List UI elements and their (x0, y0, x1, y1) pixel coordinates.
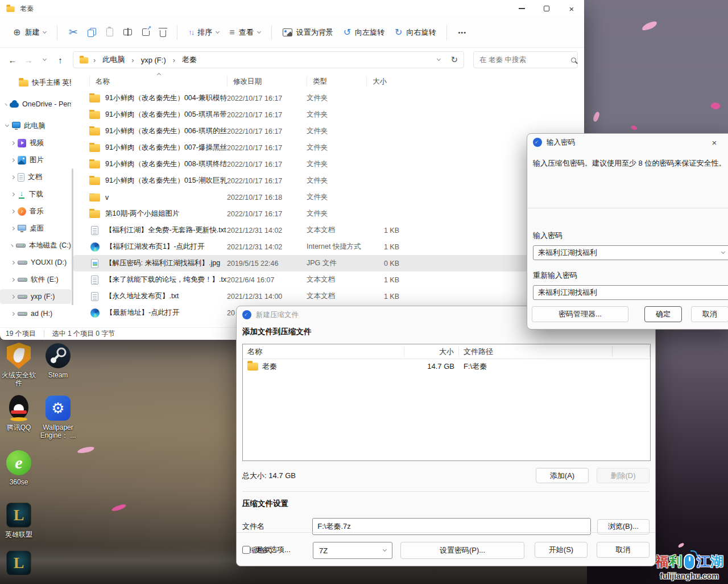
column-header-type[interactable]: 类型 (307, 76, 366, 87)
breadcrumb-item-this-pc[interactable]: 此电脑 (100, 54, 127, 66)
desktop-icon-360se[interactable]: e 360se (1, 450, 37, 486)
table-row[interactable]: 91小鲜肉（改名秦先生）006-琪琪的丝...2022/10/17 16:17文… (73, 123, 580, 139)
column-header-size[interactable]: 大小 (404, 347, 459, 357)
search-input[interactable] (479, 56, 571, 64)
sidebar-item-onedrive[interactable]: OneDrive - Pers (0, 97, 71, 112)
breadcrumb[interactable]: › 此电脑 › yxp (F:) › 老秦 ↻ (73, 51, 464, 68)
sidebar-item-this-pc[interactable]: 此电脑 (0, 118, 71, 133)
more-options-button[interactable]: ••• (453, 25, 471, 40)
forward-button[interactable]: → (20, 52, 36, 68)
table-row[interactable]: 【福利江湖】全免费-无套路-更新快.txt2021/12/31 14:02文本文… (73, 222, 580, 238)
table-row[interactable]: 第10期-两个小姐姐图片2022/10/17 16:17文件夹 (73, 205, 580, 222)
desktop-icon-huorong[interactable]: 火绒安全软件 (1, 343, 37, 387)
up-button[interactable]: ↑ (52, 52, 68, 68)
desktop-icon-lol[interactable]: L 英雄联盟 (1, 502, 37, 538)
table-row[interactable]: 91小鲜肉（改名秦先生）007-爆操黑丝...2022/10/17 16:17文… (73, 139, 580, 156)
chevron-right-icon[interactable] (11, 192, 15, 196)
breadcrumb-item-folder[interactable]: 老秦 (180, 54, 199, 66)
close-button[interactable]: × (559, 0, 584, 17)
sidebar-item-drive-f[interactable]: yxp (F:) (0, 289, 71, 304)
sidebar-item-documents[interactable]: 文档 (0, 170, 71, 184)
refresh-button[interactable]: ↻ (450, 55, 458, 65)
chevron-right-icon[interactable] (11, 209, 15, 213)
rename-button[interactable] (118, 25, 137, 39)
chevron-down-icon[interactable] (5, 123, 9, 127)
desktop-icon-qq[interactable]: 腾讯QQ (1, 395, 37, 431)
minimize-button[interactable] (509, 0, 534, 17)
column-header-name[interactable]: 名称 (243, 347, 404, 357)
chevron-right-icon[interactable] (11, 175, 15, 179)
password-input[interactable] (533, 248, 722, 257)
close-button[interactable]: × (706, 134, 723, 151)
chevron-right-icon[interactable] (11, 260, 15, 264)
breadcrumb-item-drive[interactable]: yxp (F:) (139, 55, 168, 65)
table-row[interactable]: v2022/10/17 16:18文件夹 (73, 189, 580, 205)
desktop-icon-lol-2[interactable]: L (1, 550, 37, 576)
table-row[interactable]: 【来了就能下载的论坛，纯免费！】.txt2021/6/4 16:07文本文档1 … (73, 272, 580, 288)
sidebar-item-pictures[interactable]: 图片 (0, 153, 71, 167)
new-button[interactable]: ⊕ 新建 (8, 23, 51, 42)
chevron-right-icon[interactable] (11, 294, 15, 298)
sidebar-item-drive-c[interactable]: 本地磁盘 (C:) (0, 238, 71, 253)
delete-button[interactable]: 删除(D) (597, 468, 650, 483)
chevron-right-icon[interactable] (5, 103, 7, 105)
chevron-right-icon[interactable] (11, 141, 15, 145)
table-row[interactable]: 91小鲜肉（改名秦先生）004-兼职模特...2022/10/17 16:17文… (73, 90, 580, 106)
maximize-button[interactable] (534, 0, 559, 17)
chevron-down-icon[interactable] (437, 57, 441, 61)
chevron-down-icon[interactable] (721, 249, 725, 253)
delete-button[interactable] (155, 24, 171, 41)
column-header-size[interactable]: 大小 (366, 76, 402, 87)
start-button[interactable]: 开始(S) (535, 542, 588, 558)
more-options-checkbox[interactable] (242, 546, 250, 554)
table-row[interactable]: 【永久地址发布页】.txt2021/12/31 14:00文本文档1 KB (73, 288, 580, 305)
desktop-icon-wallpaper-engine[interactable]: ⚙ Wallpaper Engine： ... (40, 395, 76, 439)
sidebar-item-drive-d[interactable]: YOUXI (D:) (0, 255, 71, 270)
add-button[interactable]: 添加(A) (536, 468, 589, 483)
column-header-name[interactable]: 名称 (89, 76, 227, 87)
table-row-selected[interactable]: 【解压密码: 来福利江湖找福利】.jpg2019/5/15 22:46JPG 文… (73, 255, 580, 272)
table-row[interactable]: 【福利江湖发布页1】-点此打开2021/12/31 14:02Internet … (73, 238, 580, 255)
cut-button[interactable]: ✂ (63, 23, 82, 42)
reenter-password-input[interactable] (533, 288, 728, 297)
rotate-right-button[interactable]: ↻ 向右旋转 (390, 23, 441, 42)
sidebar-item-desktop[interactable]: 桌面 (0, 221, 71, 236)
share-button[interactable] (137, 24, 155, 40)
archive-settings-heading: 压缩文件设置 (242, 499, 650, 509)
chevron-right-icon[interactable] (11, 311, 15, 315)
chevron-right-icon[interactable] (11, 158, 15, 162)
chevron-right-icon[interactable] (11, 277, 15, 281)
set-background-button[interactable]: 设置为背景 (278, 23, 338, 42)
view-button[interactable]: ≡ 查看 (224, 23, 265, 42)
folder-icon (89, 144, 100, 152)
archive-dialog-title: 新建压缩文件 (256, 310, 299, 320)
column-header-path[interactable]: 文件路径 (459, 347, 613, 357)
chevron-right-icon[interactable] (10, 244, 13, 247)
chevron-right-icon[interactable] (11, 226, 15, 230)
archive-table-row[interactable]: 老秦 14.7 GB F:\老秦 (243, 359, 650, 373)
sidebar-item-drive-h[interactable]: ad (H:) (0, 306, 71, 321)
ok-button[interactable]: 确定 (644, 306, 682, 322)
cancel-button[interactable]: 取消 (597, 542, 650, 558)
sort-button[interactable]: ↑↓ 排序 (183, 23, 224, 42)
desktop-icon-steam[interactable]: Steam (40, 343, 76, 379)
reenter-password-box[interactable] (533, 285, 728, 300)
sidebar-item-videos[interactable]: 视频 (0, 135, 71, 150)
sidebar-item-pinned-folder[interactable]: 快手主播 英熙 (0, 75, 71, 90)
history-button[interactable] (36, 52, 52, 68)
sidebar-item-downloads[interactable]: ↓下载 (0, 187, 71, 201)
rotate-left-button[interactable]: ↺ 向左旋转 (338, 23, 390, 42)
paste-button[interactable] (101, 24, 118, 40)
cancel-button[interactable]: 取消 (691, 306, 728, 322)
table-row[interactable]: 91小鲜肉（改名秦先生）005-琪琪吊带...2022/10/17 16:17文… (73, 106, 580, 123)
back-button[interactable]: ← (5, 52, 20, 68)
sidebar-item-drive-e[interactable]: 软件 (E:) (0, 272, 71, 287)
table-row[interactable]: 91小鲜肉（改名秦先生）008-琪琪终结...2022/10/17 16:17文… (73, 156, 580, 172)
search-box[interactable] (473, 51, 578, 68)
copy-button[interactable] (82, 24, 101, 41)
password-combo[interactable] (533, 245, 728, 260)
table-row[interactable]: 91小鲜肉（改名秦先生）015-潮吹巨乳...2022/10/17 16:17文… (73, 172, 580, 189)
password-manager-button[interactable]: 密码管理器... (532, 306, 628, 322)
column-header-date[interactable]: 修改日期 (227, 76, 307, 87)
sidebar-item-music[interactable]: ♪音乐 (0, 204, 71, 219)
